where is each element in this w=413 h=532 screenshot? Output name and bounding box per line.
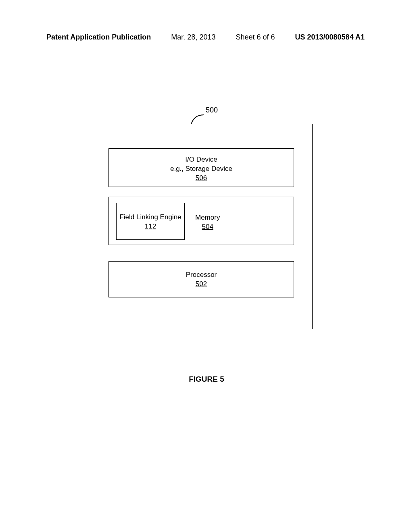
sheet-label: Sheet 6 of 6: [236, 33, 275, 42]
page-header: Patent Application Publication Mar. 28, …: [0, 33, 413, 42]
memory-label: Memory 504: [195, 213, 220, 232]
publication-label: Patent Application Publication: [46, 33, 151, 42]
io-line1: I/O Device: [109, 155, 294, 164]
io-device-box: I/O Device e.g., Storage Device 506: [108, 148, 294, 187]
io-line2: e.g., Storage Device: [109, 164, 294, 174]
reference-numeral-500: 500: [206, 106, 218, 114]
processor-box: Processor 502: [108, 261, 294, 297]
processor-ref: 502: [109, 280, 294, 289]
memory-box: Field Linking Engine 112 Memory 504: [108, 197, 294, 245]
field-linking-engine-label: Field Linking Engine 112: [117, 213, 184, 231]
io-ref: 506: [109, 174, 294, 183]
system-box-500: I/O Device e.g., Storage Device 506 Fiel…: [89, 124, 313, 329]
figure-caption: FIGURE 5: [0, 375, 413, 384]
field-linking-engine-box: Field Linking Engine 112: [116, 203, 185, 240]
figure-diagram: 500 I/O Device e.g., Storage Device 506 …: [89, 111, 313, 316]
processor-label: Processor: [109, 270, 294, 280]
document-number: US 2013/0080584 A1: [295, 33, 365, 42]
publication-date: Mar. 28, 2013: [171, 33, 215, 42]
